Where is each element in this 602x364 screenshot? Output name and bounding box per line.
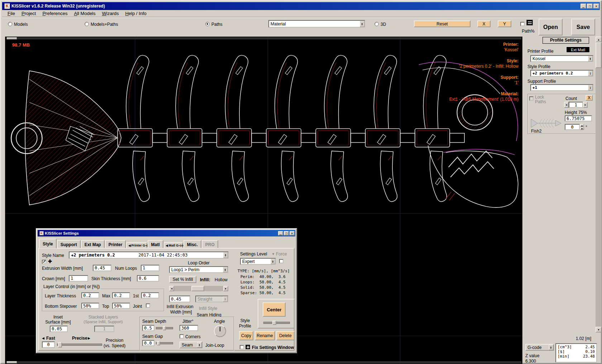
infill-style-dropdown[interactable]: Straight — [195, 296, 228, 302]
settings-maximize-icon[interactable]: ❐ — [284, 231, 289, 235]
seam-gap-label: Seam Gap — [142, 334, 163, 339]
extrusion-width-input[interactable] — [93, 265, 111, 271]
open-button[interactable]: Open — [539, 19, 563, 35]
paths-radio[interactable] — [205, 22, 210, 26]
reset-button[interactable]: Reset — [414, 20, 470, 27]
layer-slider-top[interactable] — [6, 37, 521, 39]
settings-level-dropdown[interactable]: Expert — [240, 258, 276, 265]
tab-misc[interactable]: Misc. — [183, 240, 201, 248]
path-pct-checkbox[interactable] — [520, 22, 525, 26]
copy-button[interactable]: Copy — [239, 331, 253, 340]
close-icon[interactable]: ✕ — [593, 4, 599, 9]
height-input[interactable] — [565, 115, 592, 121]
skin-thickness-input[interactable] — [137, 275, 159, 282]
menu-preferences[interactable]: Preferences — [39, 10, 71, 17]
scrollbar-thumb[interactable] — [596, 42, 602, 68]
precision-slider[interactable] — [57, 344, 102, 346]
stacked-layers-input[interactable] — [94, 326, 114, 332]
save-button[interactable]: Save — [571, 19, 595, 35]
models-radio[interactable] — [8, 22, 12, 26]
rotation-down-icon[interactable]: ▾ — [580, 127, 584, 130]
tab-ext-map[interactable]: Ext Map — [81, 240, 105, 248]
maximize-icon[interactable]: ❐ — [587, 4, 593, 9]
style-profile-dropdown[interactable]: ✚2 perimeters 0.2 — [530, 70, 593, 77]
minimize-icon[interactable]: _ — [580, 4, 586, 9]
delete-model-button[interactable]: X — [586, 95, 593, 101]
rotation-input[interactable] — [565, 124, 580, 130]
set-infill-button[interactable]: Set % Infill — [169, 276, 196, 283]
y-button[interactable]: Y — [498, 20, 511, 27]
center-slider-handle[interactable] — [272, 321, 276, 325]
count-decrement-icon[interactable]: ◂ — [564, 102, 569, 108]
delete-button[interactable]: Delete — [276, 331, 295, 340]
models-paths-radio[interactable] — [85, 22, 89, 26]
infill-slider[interactable]: ◂ ▸ — [169, 286, 228, 291]
add-style-icon[interactable] — [48, 259, 52, 264]
bottom-stepover-input[interactable] — [81, 303, 99, 309]
layer-slider-bottom-handle[interactable] — [7, 361, 17, 363]
precision-input[interactable] — [42, 341, 55, 348]
loop-order-dropdown[interactable]: Loop1 > Perim — [169, 266, 228, 273]
center-slider[interactable] — [263, 322, 290, 324]
menu-file[interactable]: File — [4, 10, 18, 17]
settings-minimize-icon[interactable]: _ — [278, 231, 283, 235]
layer-slider-bottom[interactable] — [6, 361, 521, 363]
printer-profile-dropdown[interactable]: Kossel — [530, 55, 593, 62]
infill-slider-handle[interactable] — [191, 286, 204, 291]
infill-slider-left-icon[interactable]: ◂ — [169, 286, 174, 291]
style-enabled-checkbox[interactable] — [42, 260, 46, 264]
material-dropdown[interactable]: Material — [268, 20, 365, 28]
seam-gap-slider-handle[interactable] — [157, 341, 160, 345]
settings-level-checkbox[interactable] — [279, 259, 283, 263]
scroll-up-icon[interactable]: ▴ — [596, 37, 602, 42]
menu-wizards[interactable]: Wizards — [99, 10, 122, 17]
menu-project[interactable]: Project — [18, 10, 39, 17]
rename-button[interactable]: Rename — [255, 331, 275, 340]
inset-surface-input[interactable] — [50, 326, 68, 332]
lock-paths-checkbox[interactable] — [529, 96, 534, 101]
layer-slider-top-handle[interactable] — [7, 37, 17, 39]
precision-slider-handle[interactable] — [58, 342, 62, 348]
top-stepover-input[interactable] — [112, 303, 130, 309]
style-name-dropdown[interactable]: ✚2 perimeters 0.2 2017-11-04 22:45:03 — [69, 252, 229, 259]
max-layer-input[interactable] — [112, 292, 130, 298]
seam-depth-input[interactable] — [142, 325, 154, 331]
tab-style[interactable]: Style — [39, 239, 57, 248]
infill-extrusion-width-input[interactable] — [169, 296, 190, 302]
seam-depth-slider[interactable] — [156, 327, 173, 329]
jitter-input[interactable] — [180, 325, 198, 331]
first-layer-input[interactable] — [141, 292, 159, 298]
tab-matl-gcode[interactable]: ◀Matl G-code — [164, 242, 183, 248]
gcode-dropdown[interactable]: G-code — [525, 344, 554, 351]
scroll-down-icon[interactable]: ▾ — [596, 327, 602, 332]
fix-window-checkbox[interactable] — [240, 345, 244, 349]
support-profile-dropdown[interactable]: ✚1 — [530, 84, 593, 91]
settings-close-icon[interactable]: ✕ — [290, 231, 295, 235]
tab-matl[interactable]: Matl — [148, 240, 163, 248]
3d-radio[interactable] — [374, 22, 379, 26]
sidebar-scrollbar[interactable]: ▴ ▾ — [596, 37, 602, 332]
tab-printer-gcode[interactable]: ◀Printer G-code — [126, 242, 147, 248]
layer-thickness-input[interactable] — [81, 292, 99, 298]
count-input[interactable] — [569, 102, 583, 108]
seam-gap-slider[interactable] — [156, 342, 173, 344]
corners-checkbox[interactable] — [180, 334, 184, 339]
tab-printer[interactable]: Printer — [105, 240, 126, 248]
num-loops-input[interactable] — [141, 265, 159, 271]
crown-input[interactable] — [69, 275, 88, 282]
angle-dial[interactable] — [214, 325, 226, 337]
seam-mode-dropdown[interactable]: Seam — [180, 341, 202, 348]
joint-checkbox[interactable] — [146, 303, 150, 308]
menu-all-models[interactable]: All Models — [71, 10, 99, 17]
ext-matl-button[interactable]: Ext Matl — [566, 47, 590, 53]
top-label: Top — [102, 304, 109, 309]
infill-slider-right-icon[interactable]: ▸ — [223, 286, 228, 291]
tab-support[interactable]: Support — [57, 240, 81, 248]
seam-gap-input[interactable] — [142, 340, 154, 346]
center-button[interactable]: Center — [263, 302, 286, 317]
seam-depth-slider-handle[interactable] — [163, 326, 166, 330]
x-button[interactable]: X — [477, 20, 491, 27]
menu-help[interactable]: Help / Info — [122, 10, 149, 17]
tab-pro[interactable]: PRO — [202, 240, 218, 248]
count-increment-icon[interactable]: ▸ — [583, 102, 588, 108]
